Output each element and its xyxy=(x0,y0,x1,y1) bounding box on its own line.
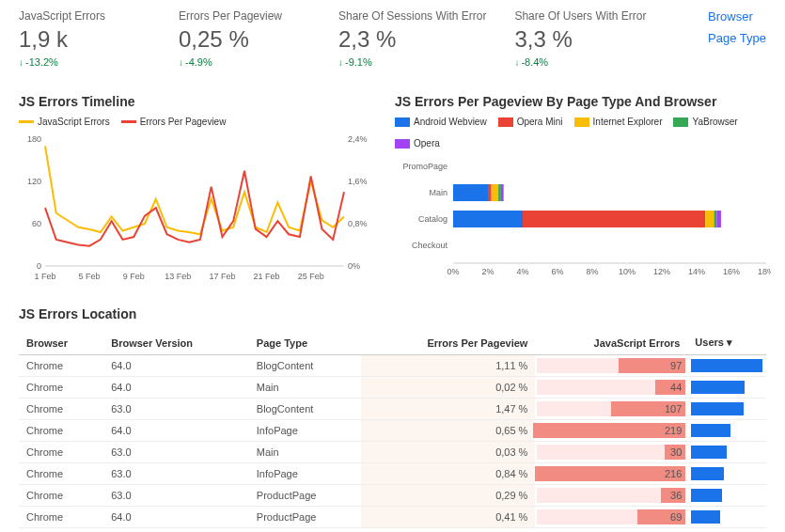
svg-text:12%: 12% xyxy=(653,267,670,276)
pager: 1 - 10 / 1066 ‹ › xyxy=(19,528,766,532)
cell-jse: 216 xyxy=(535,463,687,485)
kpi-label: JavaScript Errors xyxy=(19,9,150,23)
pagetype-chart: PromoPageMainCatalogCheckout0%2%4%6%8%10… xyxy=(395,156,771,292)
cell-page-type: InfoPage xyxy=(249,463,362,485)
legend-swatch-icon xyxy=(121,120,136,123)
th-page-type[interactable]: Page Type xyxy=(249,331,362,355)
svg-text:2,4%: 2,4% xyxy=(348,134,368,144)
svg-text:Main: Main xyxy=(429,188,447,197)
nav-browser[interactable]: Browser xyxy=(708,9,766,23)
cell-users xyxy=(687,399,766,420)
cell-version: 64.0 xyxy=(103,420,249,442)
table-row[interactable]: Chrome64.0ProductPage0,41 %69 xyxy=(19,507,766,528)
legend-swatch-icon xyxy=(498,117,513,127)
cell-jse: 44 xyxy=(535,377,687,399)
cell-jse: 107 xyxy=(535,399,687,420)
cell-browser: Chrome xyxy=(19,355,103,377)
down-arrow-icon: ↓ xyxy=(338,57,343,68)
svg-text:16%: 16% xyxy=(723,267,740,276)
svg-text:120: 120 xyxy=(27,177,41,186)
cell-browser: Chrome xyxy=(19,420,103,442)
svg-text:Checkout: Checkout xyxy=(412,241,448,250)
cell-version: 64.0 xyxy=(103,507,249,528)
svg-text:14%: 14% xyxy=(688,267,705,276)
cell-epp: 0,41 % xyxy=(361,507,535,528)
cell-epp: 0,02 % xyxy=(361,377,535,399)
cell-version: 63.0 xyxy=(103,442,249,463)
svg-rect-20 xyxy=(492,184,498,201)
table-row[interactable]: Chrome63.0InfoPage0,84 %216 xyxy=(19,463,766,485)
cell-version: 63.0 xyxy=(103,463,249,485)
kpi-label: Share Of Sessions With Error xyxy=(338,9,486,23)
svg-text:13 Feb: 13 Feb xyxy=(165,272,191,281)
cell-users xyxy=(687,485,766,507)
svg-text:60: 60 xyxy=(32,219,41,228)
cell-version: 64.0 xyxy=(103,355,249,377)
table-title: JS Errors Location xyxy=(19,306,766,321)
cell-users xyxy=(687,420,766,442)
cell-page-type: InfoPage xyxy=(249,420,362,442)
table-row[interactable]: Chrome63.0Main0,03 %30 xyxy=(19,442,766,463)
kpi-users-with-error: Share Of Users With Error 3,3 % ↓-8.4% xyxy=(514,9,646,68)
svg-rect-27 xyxy=(714,211,717,227)
kpi-value: 2,3 % xyxy=(338,26,486,53)
cell-version: 63.0 xyxy=(103,485,249,507)
svg-text:18%: 18% xyxy=(758,267,771,276)
cell-page-type: Main xyxy=(249,377,362,399)
kpi-row: JavaScript Errors 1,9 k ↓-13.2% Errors P… xyxy=(19,9,766,75)
th-users[interactable]: Users ▾ xyxy=(687,331,766,355)
svg-rect-18 xyxy=(453,184,488,201)
kpi-value: 1,9 k xyxy=(19,26,150,53)
legend-swatch-icon xyxy=(395,139,410,149)
cell-epp: 0,84 % xyxy=(361,463,535,485)
svg-text:1,6%: 1,6% xyxy=(348,177,368,186)
svg-text:21 Feb: 21 Feb xyxy=(254,272,280,281)
table-row[interactable]: Chrome63.0ProductPage0,29 %36 xyxy=(19,485,766,507)
th-version[interactable]: Browser Version xyxy=(103,331,249,355)
pagetype-chart-panel: JS Errors Per Pageview By Page Type And … xyxy=(395,94,771,292)
cell-version: 63.0 xyxy=(103,399,249,420)
svg-text:5 Feb: 5 Feb xyxy=(79,272,101,281)
table-row[interactable]: Chrome63.0BlogContent1,47 %107 xyxy=(19,399,766,420)
cell-browser: Chrome xyxy=(19,399,103,420)
svg-text:9 Feb: 9 Feb xyxy=(123,272,145,281)
timeline-legend: JavaScript Errors Errors Per Pageview xyxy=(19,117,376,127)
cell-browser: Chrome xyxy=(19,442,103,463)
down-arrow-icon: ↓ xyxy=(179,57,183,68)
svg-rect-26 xyxy=(705,211,714,227)
table-row[interactable]: Chrome64.0BlogContent1,11 %97 xyxy=(19,355,766,377)
kpi-label: Errors Per Pageview xyxy=(179,9,310,23)
chart-title: JS Errors Per Pageview By Page Type And … xyxy=(395,94,771,109)
legend-item: YaBrowser xyxy=(673,117,737,127)
svg-rect-22 xyxy=(501,184,504,201)
cell-page-type: Main xyxy=(249,442,362,463)
cell-users xyxy=(687,442,766,463)
legend-item: Opera Mini xyxy=(498,117,563,127)
cell-browser: Chrome xyxy=(19,377,103,399)
th-jse[interactable]: JavaScript Errors xyxy=(535,331,687,355)
th-epp[interactable]: Errors Per Pageview xyxy=(361,331,535,355)
cell-browser: Chrome xyxy=(19,485,103,507)
cell-epp: 1,47 % xyxy=(361,399,535,420)
svg-rect-25 xyxy=(523,211,705,227)
th-browser[interactable]: Browser xyxy=(19,331,103,355)
table-row[interactable]: Chrome64.0Main0,02 %44 xyxy=(19,377,766,399)
legend-swatch-icon xyxy=(395,117,410,127)
svg-text:1 Feb: 1 Feb xyxy=(34,272,55,281)
svg-rect-28 xyxy=(716,211,721,227)
chart-title: JS Errors Timeline xyxy=(19,94,376,109)
svg-text:8%: 8% xyxy=(586,267,598,276)
timeline-chart: 0601201800%0,8%1,6%2,4%1 Feb5 Feb9 Feb13… xyxy=(19,134,376,285)
nav-page-type[interactable]: Page Type xyxy=(708,31,766,45)
cell-page-type: ProductPage xyxy=(249,507,362,528)
cell-jse: 30 xyxy=(535,442,687,463)
cell-users xyxy=(687,355,766,377)
svg-rect-21 xyxy=(498,184,501,201)
legend-item: JavaScript Errors xyxy=(19,117,110,127)
cell-jse: 97 xyxy=(535,355,687,377)
table-row[interactable]: Chrome64.0InfoPage0,65 %219 xyxy=(19,420,766,442)
down-arrow-icon: ↓ xyxy=(19,57,24,68)
svg-text:6%: 6% xyxy=(551,267,563,276)
legend-swatch-icon xyxy=(673,117,688,127)
svg-text:0%: 0% xyxy=(348,261,360,271)
